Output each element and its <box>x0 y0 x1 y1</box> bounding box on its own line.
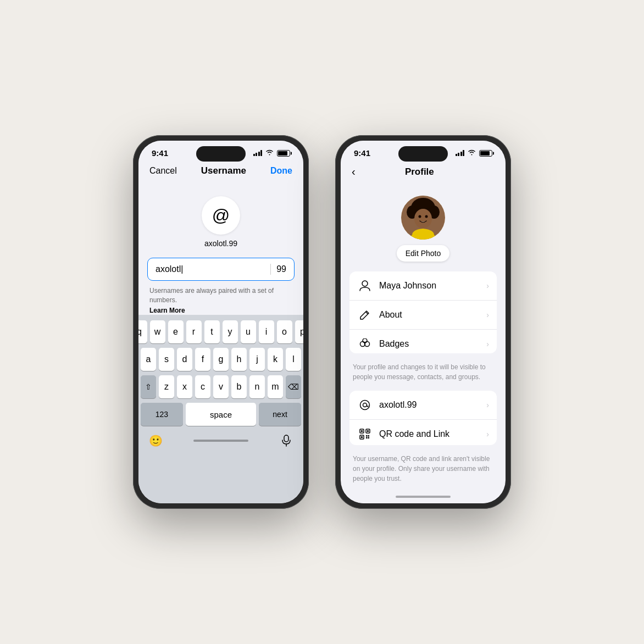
at-circle: @ <box>202 196 240 235</box>
key-e[interactable]: e <box>168 320 184 343</box>
phone-profile: 9:41 <box>335 135 511 509</box>
hint-text: Usernames are always paired with a set o… <box>149 286 292 315</box>
badges-label: Badges <box>379 339 486 349</box>
username-note: Your username, QR code and link aren't v… <box>349 452 497 486</box>
username-list-label: axolotl.99 <box>379 400 486 410</box>
phone2-time: 9:41 <box>354 148 370 158</box>
name-list-item[interactable]: Maya Johnson › <box>349 271 497 301</box>
key-f[interactable]: f <box>195 348 210 371</box>
key-a[interactable]: a <box>141 348 156 371</box>
key-w[interactable]: w <box>150 320 165 343</box>
keyboard-row-1: q w e r t y u i o p <box>141 320 301 343</box>
keyboard-bottom-row: 🙂 <box>141 430 301 451</box>
key-next[interactable]: next <box>259 403 301 426</box>
input-divider <box>270 264 271 275</box>
key-d[interactable]: d <box>177 348 192 371</box>
svg-rect-19 <box>367 430 369 432</box>
dynamic-island-2 <box>398 146 448 162</box>
svg-point-14 <box>360 400 370 409</box>
profile-home-bar <box>341 490 506 503</box>
username-input-row[interactable]: axolotl| 99 <box>147 258 295 281</box>
wifi-icon-2 <box>468 149 476 157</box>
qr-list-item[interactable]: QR code and Link › <box>349 420 497 445</box>
about-chevron: › <box>486 310 489 319</box>
username-section: axolotl.99 › <box>349 391 497 445</box>
wifi-icon <box>265 149 274 157</box>
key-z[interactable]: z <box>159 375 174 398</box>
key-i[interactable]: i <box>259 320 274 343</box>
key-q[interactable]: q <box>138 320 147 343</box>
done-button[interactable]: Done <box>270 166 292 176</box>
home-bar-line-2 <box>396 496 451 498</box>
key-o[interactable]: o <box>277 320 292 343</box>
key-x[interactable]: x <box>177 375 192 398</box>
name-label: Maya Johnson <box>379 281 486 291</box>
key-space[interactable]: space <box>186 403 256 426</box>
signal-icon <box>253 150 263 156</box>
qr-icon <box>357 426 373 442</box>
svg-point-15 <box>363 403 367 407</box>
keyboard-row-3: ⇧ z x c v b n m ⌫ <box>141 375 301 398</box>
key-m[interactable]: m <box>268 375 283 398</box>
svg-rect-22 <box>366 435 368 437</box>
username-list-item[interactable]: axolotl.99 › <box>349 391 497 420</box>
mic-key[interactable] <box>276 430 297 451</box>
key-b[interactable]: b <box>231 375 247 398</box>
keyboard: q w e r t y u i o p a s d f g h <box>138 315 303 503</box>
phone2-screen: 9:41 <box>341 141 506 503</box>
phone-username: 9:41 <box>133 135 309 509</box>
profile-content: Edit Photo Maya Johnson › <box>341 185 506 490</box>
svg-rect-0 <box>284 435 288 442</box>
badges-list-item[interactable]: Badges › <box>349 330 497 353</box>
key-c[interactable]: c <box>195 375 210 398</box>
key-v[interactable]: v <box>213 375 229 398</box>
key-r[interactable]: r <box>186 320 202 343</box>
svg-rect-17 <box>361 430 363 432</box>
about-list-item[interactable]: About › <box>349 301 497 330</box>
username-number: 99 <box>276 264 286 274</box>
key-t[interactable]: t <box>204 320 220 343</box>
key-s[interactable]: s <box>159 348 174 371</box>
key-h[interactable]: h <box>231 348 247 371</box>
key-n[interactable]: n <box>249 375 265 398</box>
dynamic-island-1 <box>196 146 246 162</box>
back-button[interactable]: ‹ <box>352 165 356 178</box>
key-l[interactable]: l <box>286 348 301 371</box>
key-k[interactable]: k <box>268 348 283 371</box>
phone1-nav-bar: Cancel Username Done <box>138 161 303 183</box>
key-g[interactable]: g <box>213 348 229 371</box>
avatar-section: Edit Photo <box>349 189 497 265</box>
phone1-screen: 9:41 <box>138 141 303 503</box>
avatar <box>401 196 445 240</box>
key-shift[interactable]: ⇧ <box>141 375 156 398</box>
cancel-button[interactable]: Cancel <box>149 166 177 176</box>
keyboard-row-4: 123 space next <box>141 403 301 426</box>
at-icon-container: @ <box>138 196 303 235</box>
phone2-status-icons <box>456 149 493 157</box>
svg-rect-21 <box>361 436 363 438</box>
svg-point-6 <box>414 209 432 229</box>
key-p[interactable]: p <box>295 320 304 343</box>
profile-nav-bar: ‹ Profile <box>341 161 506 185</box>
key-delete[interactable]: ⌫ <box>286 375 301 398</box>
learn-more-link[interactable]: Learn More <box>149 306 292 315</box>
home-bar-line-1 <box>193 440 248 442</box>
pencil-icon <box>357 307 373 323</box>
qr-chevron: › <box>486 430 489 438</box>
keyboard-row-2: a s d f g h j k l <box>141 348 301 371</box>
key-y[interactable]: y <box>223 320 238 343</box>
edit-photo-button[interactable]: Edit Photo <box>397 245 450 262</box>
badges-icon <box>357 336 373 352</box>
battery-icon <box>277 150 290 157</box>
emoji-key[interactable]: 🙂 <box>145 430 166 451</box>
username-input-text: axolotl| <box>156 264 265 274</box>
key-u[interactable]: u <box>241 320 256 343</box>
profile-note: Your profile and changes to it will be v… <box>349 360 497 384</box>
qr-label: QR code and Link <box>379 429 486 439</box>
svg-point-7 <box>419 215 421 218</box>
about-label: About <box>379 310 486 320</box>
name-chevron: › <box>486 281 489 290</box>
profile-info-section: Maya Johnson › About › <box>349 271 497 353</box>
key-numbers[interactable]: 123 <box>141 403 183 426</box>
key-j[interactable]: j <box>249 348 265 371</box>
